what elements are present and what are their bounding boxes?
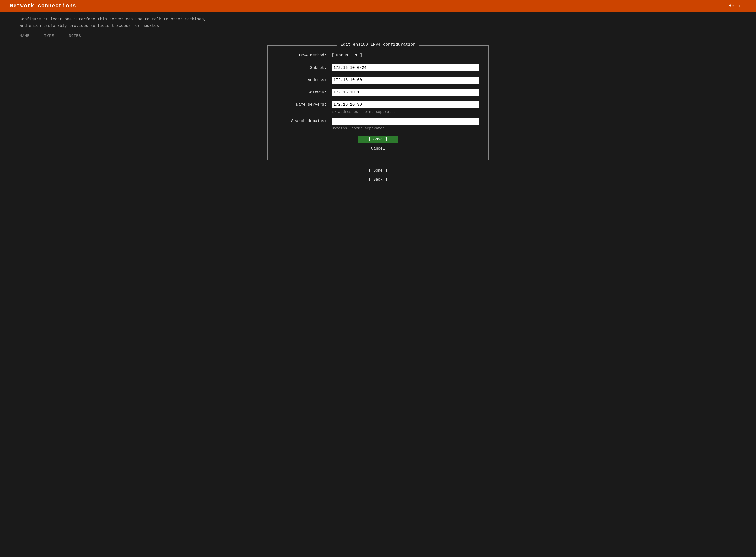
search-domains-row: Search domains: [278, 118, 478, 124]
gateway-label: Gateway: [278, 90, 327, 94]
back-button[interactable]: [ Back ] [358, 176, 398, 183]
cancel-button[interactable]: [ Cancel ] [356, 145, 400, 152]
subnet-input[interactable] [332, 64, 478, 71]
ipv4-method-row: IPv4 Method: [ Manual ▼ ] [278, 53, 478, 57]
name-servers-hint: IP addresses, comma separated [332, 110, 478, 114]
header: Network connections [ Help ] [0, 0, 756, 12]
gateway-row: Gateway: [278, 89, 478, 96]
col-type: TYPE [44, 34, 54, 38]
name-servers-input[interactable] [332, 101, 478, 108]
dialog-title: Edit ens160 IPv4 configuration [337, 42, 419, 47]
search-domains-hint: Domains, comma separated [332, 126, 478, 131]
dialog-box: Edit ens160 IPv4 configuration IPv4 Meth… [268, 46, 488, 160]
ipv4-method-label: IPv4 Method: [278, 53, 327, 57]
search-domains-input[interactable] [332, 118, 478, 124]
help-button[interactable]: [ Help ] [723, 3, 746, 9]
col-notes: NOTES [69, 34, 81, 38]
subnet-label: Subnet: [278, 65, 327, 70]
subtitle-line2: and which preferably provides sufficient… [20, 24, 161, 28]
gateway-input[interactable] [332, 89, 478, 96]
address-input[interactable] [332, 77, 478, 84]
main-content: Edit ens160 IPv4 configuration IPv4 Meth… [0, 40, 756, 557]
subtitle: Configure at least one interface this se… [0, 12, 756, 31]
subnet-row: Subnet: [278, 64, 478, 71]
ipv4-method-value[interactable]: [ Manual ▼ ] [332, 53, 362, 57]
col-name: NAME [20, 34, 29, 38]
save-button[interactable]: [ Save ] [358, 136, 398, 143]
address-label: Address: [278, 78, 327, 82]
address-row: Address: [278, 77, 478, 84]
search-domains-label: Search domains: [278, 119, 327, 123]
dialog-buttons: [ Save ] [ Cancel ] [278, 136, 478, 152]
column-headers: NAME TYPE NOTES [0, 31, 756, 40]
header-title: Network connections [10, 3, 76, 9]
name-servers-row: Name servers: [278, 101, 478, 108]
subtitle-line1: Configure at least one interface this se… [20, 17, 206, 22]
name-servers-label: Name servers: [278, 102, 327, 107]
bottom-buttons: [ Done ] [ Back ] [358, 167, 398, 190]
done-button[interactable]: [ Done ] [358, 167, 398, 174]
